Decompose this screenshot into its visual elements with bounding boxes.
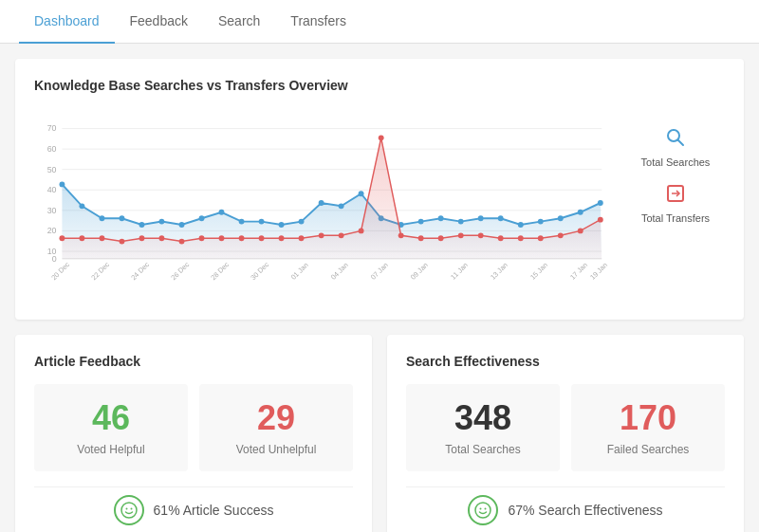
voted-helpful-label: Voted Helpful [49, 443, 173, 456]
svg-text:17 Jan: 17 Jan [568, 261, 589, 282]
tab-transfers[interactable]: Transfers [275, 0, 361, 44]
svg-text:07 Jan: 07 Jan [369, 261, 390, 282]
svg-point-70 [538, 235, 544, 241]
svg-point-54 [219, 235, 225, 241]
voted-unhelpful-box: 29 Voted Unhelpful [199, 384, 353, 471]
svg-text:13 Jan: 13 Jan [489, 261, 509, 282]
total-searches-box: 348 Total Searches [406, 384, 560, 471]
svg-point-95 [130, 507, 132, 509]
svg-point-23 [179, 222, 185, 228]
svg-point-47 [79, 235, 84, 241]
svg-text:04 Jan: 04 Jan [329, 261, 350, 282]
svg-point-41 [538, 219, 544, 225]
svg-point-55 [239, 235, 245, 241]
failed-searches-label: Failed Searches [586, 443, 710, 456]
svg-point-39 [498, 215, 504, 221]
svg-point-65 [438, 235, 444, 241]
svg-point-96 [475, 503, 491, 518]
total-transfers-legend-label: Total Transfers [641, 212, 710, 224]
search-smiley-icon [468, 495, 498, 525]
svg-text:19 Jan: 19 Jan [588, 261, 609, 282]
tab-search[interactable]: Search [203, 0, 275, 44]
failed-searches-number: 170 [586, 399, 710, 437]
svg-point-71 [558, 232, 564, 238]
svg-point-43 [578, 210, 583, 215]
svg-text:30: 30 [47, 206, 57, 215]
app-container: Dashboard Feedback Search Transfers Know… [0, 0, 759, 532]
svg-point-53 [199, 235, 205, 241]
svg-point-52 [179, 239, 185, 245]
svg-text:01 Jan: 01 Jan [289, 261, 310, 282]
svg-point-61 [359, 228, 364, 233]
legend-total-transfers: Total Transfers [626, 183, 725, 224]
svg-point-69 [518, 235, 524, 241]
voted-unhelpful-number: 29 [214, 399, 338, 437]
search-effectiveness-footer: 67% Search Effectiveness [406, 486, 725, 525]
svg-point-93 [121, 503, 137, 518]
svg-text:26 Dec: 26 Dec [169, 260, 191, 282]
transfer-legend-icon [665, 183, 686, 209]
svg-text:50: 50 [47, 165, 57, 174]
svg-text:30 Dec: 30 Dec [249, 260, 270, 282]
svg-point-42 [558, 215, 564, 221]
cards-row: Article Feedback 46 Voted Helpful 29 Vot… [15, 335, 744, 532]
svg-point-50 [139, 235, 145, 241]
svg-text:70: 70 [47, 123, 57, 133]
article-feedback-stats: 46 Voted Helpful 29 Voted Unhelpful [34, 384, 353, 471]
svg-point-48 [100, 235, 105, 241]
svg-point-32 [359, 191, 364, 196]
search-effectiveness-card: Search Effectiveness 348 Total Searches … [387, 335, 744, 532]
svg-point-36 [438, 215, 444, 221]
main-content: Knowledge Base Searches vs Transfers Ove… [0, 44, 759, 532]
tab-feedback[interactable]: Feedback [115, 0, 203, 44]
svg-point-30 [319, 200, 324, 206]
chart-legend: Total Searches Total Transfers [611, 108, 725, 224]
svg-point-27 [259, 219, 265, 225]
svg-point-28 [279, 222, 285, 228]
article-success-percent: 61% Article Success [154, 503, 274, 518]
voted-unhelpful-label: Voted Unhelpful [214, 443, 338, 456]
legend-total-searches: Total Searches [626, 127, 725, 168]
failed-searches-box: 170 Failed Searches [571, 384, 725, 471]
svg-text:28 Dec: 28 Dec [209, 260, 231, 282]
search-legend-icon [665, 127, 686, 153]
svg-point-57 [279, 235, 285, 241]
svg-text:24 Dec: 24 Dec [129, 260, 151, 282]
svg-point-66 [458, 232, 464, 238]
svg-point-60 [339, 232, 344, 238]
svg-point-38 [478, 215, 484, 221]
svg-point-19 [100, 215, 105, 221]
svg-point-73 [598, 217, 603, 223]
total-searches-number: 348 [421, 399, 545, 437]
svg-point-63 [398, 232, 404, 238]
search-effectiveness-title: Search Effectiveness [406, 354, 725, 369]
voted-helpful-box: 46 Voted Helpful [34, 384, 188, 471]
svg-point-72 [578, 228, 583, 233]
search-effectiveness-stats: 348 Total Searches 170 Failed Searches [406, 384, 725, 471]
svg-point-25 [219, 210, 225, 215]
svg-point-40 [518, 222, 524, 228]
svg-point-20 [120, 215, 125, 221]
svg-point-17 [59, 181, 65, 187]
svg-point-24 [199, 215, 205, 221]
article-feedback-title: Article Feedback [34, 354, 353, 369]
svg-point-44 [598, 200, 603, 206]
svg-point-98 [485, 507, 487, 509]
svg-point-64 [418, 235, 424, 241]
svg-point-97 [480, 507, 482, 509]
svg-text:60: 60 [47, 144, 57, 154]
tab-dashboard[interactable]: Dashboard [19, 0, 115, 44]
chart-card: Knowledge Base Searches vs Transfers Ove… [15, 59, 744, 320]
chart-svg: 70 60 50 40 30 20 10 0 [34, 108, 611, 301]
svg-line-90 [678, 140, 684, 146]
svg-text:0: 0 [52, 254, 57, 264]
svg-point-94 [125, 507, 127, 509]
svg-point-51 [159, 235, 165, 241]
svg-point-49 [120, 239, 125, 245]
article-success-footer: 61% Article Success [34, 486, 353, 525]
svg-point-22 [159, 219, 165, 225]
voted-helpful-number: 46 [49, 399, 173, 437]
total-searches-label: Total Searches [421, 443, 545, 456]
svg-text:09 Jan: 09 Jan [409, 261, 430, 282]
svg-point-62 [379, 135, 384, 140]
